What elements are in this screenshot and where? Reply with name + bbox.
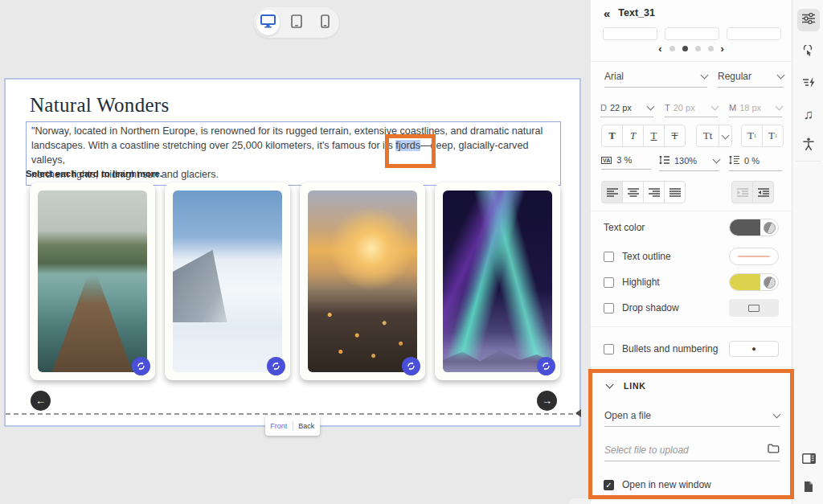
carousel-dot[interactable]: [708, 46, 714, 51]
card-image-midnight-sun-city[interactable]: [308, 191, 417, 372]
style-preset-swatch[interactable]: [603, 27, 657, 40]
animation-tab-button[interactable]: [797, 72, 820, 95]
align-justify-button[interactable]: [664, 181, 686, 203]
paragraph-spacing-icon: [729, 155, 739, 166]
line-height-dropdown[interactable]: 130%: [659, 155, 719, 171]
link-section-title: LINK: [624, 381, 646, 391]
drop-shadow-style-button[interactable]: [729, 299, 779, 317]
bold-button[interactable]: T: [601, 125, 623, 147]
tablet-icon: [291, 14, 302, 31]
shadow-style-icon: [748, 305, 760, 312]
tablet-preview-button[interactable]: [285, 10, 308, 35]
carousel-prev-button[interactable]: ←: [31, 391, 51, 411]
desktop-size-value: 22 px: [610, 103, 632, 113]
letter-spacing-field[interactable]: VA 3 %: [601, 155, 651, 170]
bullet-style-button[interactable]: ●: [729, 341, 779, 357]
selected-word[interactable]: fjords: [395, 140, 420, 151]
back-tab[interactable]: Back: [293, 422, 321, 430]
page-title[interactable]: Natural Wonders: [30, 94, 170, 117]
desktop-preview-button[interactable]: [256, 10, 280, 35]
line-height-icon: [659, 155, 669, 166]
highlight-swatch-button[interactable]: [729, 273, 779, 291]
file-upload-field[interactable]: Select file to upload: [604, 444, 780, 461]
carousel-dot[interactable]: [669, 46, 675, 51]
align-left-button[interactable]: [601, 181, 623, 203]
style-preset-swatch[interactable]: [665, 27, 719, 40]
drop-shadow-checkbox[interactable]: [604, 303, 614, 313]
divider: [591, 61, 792, 62]
font-style-value: Regular: [718, 71, 751, 82]
layers-panel-button[interactable]: [797, 449, 820, 471]
link-action-dropdown[interactable]: Open a file: [604, 410, 780, 427]
text-case-button[interactable]: Tt: [696, 125, 719, 147]
card-aurora[interactable]: [435, 182, 560, 380]
card-image-northern-lights[interactable]: [443, 191, 552, 372]
font-style-dropdown[interactable]: Regular: [718, 71, 784, 88]
canvas-page[interactable]: Natural Wonders "Norway, located in Nort…: [4, 78, 581, 427]
card-snow[interactable]: [165, 182, 290, 380]
italic-button[interactable]: T: [622, 125, 644, 147]
collapse-panel-icon[interactable]: «: [604, 6, 610, 20]
flip-card-button[interactable]: [537, 357, 555, 375]
align-right-button[interactable]: [643, 181, 665, 203]
preset-carousel: ‹ ›: [591, 42, 792, 55]
text-case-dropdown[interactable]: [719, 125, 732, 147]
indent-button[interactable]: [752, 181, 774, 203]
tablet-size-label: T: [665, 103, 670, 113]
link-section-header[interactable]: LINK: [607, 381, 646, 391]
chevron-down-icon: [606, 381, 614, 389]
folder-icon: [768, 444, 780, 456]
mobile-font-size-dropdown[interactable]: M 18 px: [729, 103, 782, 117]
paragraph-spacing-value: 0 %: [744, 156, 760, 166]
open-new-window-label: Open in new window: [622, 479, 711, 490]
superscript-button[interactable]: T1: [741, 125, 763, 147]
text-outline-checkbox[interactable]: [604, 252, 614, 262]
interactivity-tab-button[interactable]: [797, 42, 820, 64]
text-color-swatch-button[interactable]: [729, 219, 779, 236]
properties-tab-button[interactable]: [797, 9, 820, 31]
audio-tab-button[interactable]: ♫: [797, 104, 820, 126]
check-icon: ✓: [605, 481, 612, 490]
bullets-checkbox[interactable]: [604, 344, 614, 354]
chevron-down-icon: [776, 102, 784, 110]
fold-line-arrow: [575, 409, 581, 417]
font-family-dropdown[interactable]: Arial: [604, 71, 707, 88]
front-tab[interactable]: Front: [265, 422, 293, 430]
tablet-font-size-dropdown[interactable]: T 20 px: [665, 103, 718, 117]
style-preset-swatch[interactable]: [727, 27, 781, 40]
flip-icon: [271, 359, 281, 374]
carousel-next-icon[interactable]: ›: [721, 43, 724, 54]
carousel-dot[interactable]: [695, 46, 701, 51]
desktop-font-size-dropdown[interactable]: D 22 px: [600, 103, 653, 117]
pages-panel-button[interactable]: [797, 477, 820, 499]
file-upload-placeholder: Select file to upload: [604, 445, 689, 456]
carousel-next-button[interactable]: →: [537, 391, 557, 411]
subscript-button[interactable]: T1: [762, 125, 784, 147]
paragraph-spacing-field[interactable]: 0 %: [729, 155, 782, 171]
open-new-window-checkbox[interactable]: ✓: [604, 480, 614, 490]
divider: [591, 211, 792, 211]
outdent-button[interactable]: [731, 181, 753, 203]
music-note-icon: ♫: [804, 107, 814, 123]
card-sunset[interactable]: [300, 182, 425, 380]
paragraph-line2-pre: landscapes. With a coastline stretching …: [31, 140, 395, 151]
highlight-swatch: [730, 273, 760, 291]
layout-panel-icon: [802, 453, 816, 467]
card-image-snowy-mountain[interactable]: [173, 191, 282, 372]
highlight-checkbox[interactable]: [604, 277, 614, 288]
text-outline-swatch-button[interactable]: [729, 248, 779, 265]
underline-button[interactable]: T: [643, 125, 665, 147]
flip-card-button[interactable]: [267, 357, 285, 375]
align-center-button[interactable]: [622, 181, 644, 203]
accessibility-tab-button[interactable]: [797, 134, 820, 157]
strikethrough-button[interactable]: T: [664, 125, 686, 147]
carousel-prev-icon[interactable]: ‹: [658, 43, 661, 54]
card-fjord[interactable]: [30, 182, 155, 380]
text-style-button-group: T T T T: [601, 125, 686, 147]
flip-card-button[interactable]: [402, 357, 420, 375]
card-image-fjord-dock[interactable]: [38, 191, 147, 372]
flip-card-button[interactable]: [132, 357, 150, 375]
front-back-toggle: Front Back: [265, 416, 320, 436]
phone-preview-button[interactable]: [313, 10, 337, 35]
carousel-dot-active[interactable]: [682, 46, 688, 51]
